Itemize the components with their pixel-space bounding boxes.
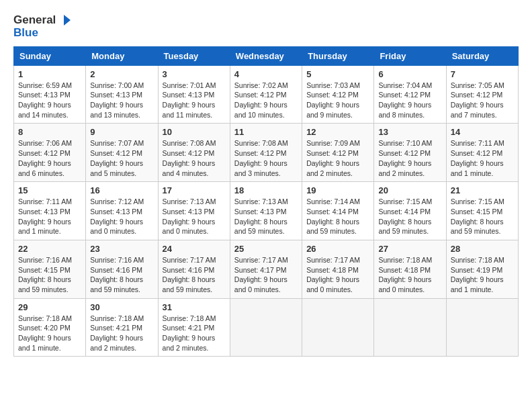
calendar-cell: 2Sunrise: 7:00 AM Sunset: 4:13 PM Daylig… <box>86 65 158 124</box>
calendar-cell: 11Sunrise: 7:08 AM Sunset: 4:12 PM Dayli… <box>230 124 302 182</box>
day-number: 4 <box>234 69 298 79</box>
day-info: Sunrise: 7:18 AM Sunset: 4:20 PM Dayligh… <box>18 314 81 353</box>
day-info: Sunrise: 7:09 AM Sunset: 4:12 PM Dayligh… <box>306 138 369 178</box>
day-number: 1 <box>18 69 81 79</box>
day-number: 14 <box>451 127 514 137</box>
day-number: 30 <box>90 302 153 312</box>
calendar-cell: 16Sunrise: 7:12 AM Sunset: 4:13 PM Dayli… <box>86 182 158 240</box>
day-number: 26 <box>306 244 369 254</box>
calendar-cell: 28Sunrise: 7:18 AM Sunset: 4:19 PM Dayli… <box>446 240 518 298</box>
calendar-cell: 31Sunrise: 7:18 AM Sunset: 4:21 PM Dayli… <box>158 298 230 357</box>
calendar-cell: 9Sunrise: 7:07 AM Sunset: 4:12 PM Daylig… <box>86 124 158 182</box>
day-info: Sunrise: 7:02 AM Sunset: 4:12 PM Dayligh… <box>234 81 298 120</box>
day-number: 5 <box>306 69 369 79</box>
calendar-week-row: 15Sunrise: 7:11 AM Sunset: 4:13 PM Dayli… <box>14 182 519 240</box>
logo-blue-text: Blue <box>13 27 71 40</box>
day-number: 24 <box>163 244 226 254</box>
calendar-week-row: 29Sunrise: 7:18 AM Sunset: 4:20 PM Dayli… <box>14 298 519 357</box>
day-number: 25 <box>234 244 298 254</box>
calendar-cell: 30Sunrise: 7:18 AM Sunset: 4:21 PM Dayli… <box>86 298 158 357</box>
calendar-cell: 29Sunrise: 7:18 AM Sunset: 4:20 PM Dayli… <box>14 298 86 357</box>
calendar-cell: 22Sunrise: 7:16 AM Sunset: 4:15 PM Dayli… <box>14 240 86 298</box>
day-info: Sunrise: 7:06 AM Sunset: 4:12 PM Dayligh… <box>18 138 81 178</box>
day-number: 16 <box>90 185 153 195</box>
calendar-cell: 15Sunrise: 7:11 AM Sunset: 4:13 PM Dayli… <box>14 182 86 240</box>
day-info: Sunrise: 7:12 AM Sunset: 4:13 PM Dayligh… <box>90 197 153 236</box>
day-info: Sunrise: 7:11 AM Sunset: 4:13 PM Dayligh… <box>18 197 81 236</box>
day-info: Sunrise: 7:04 AM Sunset: 4:12 PM Dayligh… <box>378 81 441 120</box>
calendar-cell: 1Sunrise: 6:59 AM Sunset: 4:13 PM Daylig… <box>14 65 86 124</box>
calendar-cell: 21Sunrise: 7:15 AM Sunset: 4:15 PM Dayli… <box>446 182 518 240</box>
day-number: 28 <box>451 244 514 254</box>
day-number: 3 <box>163 69 226 79</box>
calendar-cell: 3Sunrise: 7:01 AM Sunset: 4:13 PM Daylig… <box>158 65 230 124</box>
calendar-cell: 25Sunrise: 7:17 AM Sunset: 4:17 PM Dayli… <box>230 240 302 298</box>
day-info: Sunrise: 7:10 AM Sunset: 4:12 PM Dayligh… <box>378 138 441 178</box>
calendar-week-row: 1Sunrise: 6:59 AM Sunset: 4:13 PM Daylig… <box>14 65 519 124</box>
day-number: 20 <box>378 185 441 195</box>
day-number: 9 <box>90 127 153 137</box>
day-info: Sunrise: 7:14 AM Sunset: 4:14 PM Dayligh… <box>306 197 369 236</box>
day-number: 19 <box>306 185 369 195</box>
weekday-header-wednesday: Wednesday <box>230 46 302 65</box>
day-info: Sunrise: 7:01 AM Sunset: 4:13 PM Dayligh… <box>163 81 226 120</box>
weekday-header-monday: Monday <box>86 46 158 65</box>
weekday-header-row: SundayMondayTuesdayWednesdayThursdayFrid… <box>14 46 519 65</box>
calendar-cell: 7Sunrise: 7:05 AM Sunset: 4:12 PM Daylig… <box>446 65 518 124</box>
day-number: 13 <box>378 127 441 137</box>
day-info: Sunrise: 7:16 AM Sunset: 4:15 PM Dayligh… <box>18 255 81 295</box>
day-info: Sunrise: 7:13 AM Sunset: 4:13 PM Dayligh… <box>163 197 226 236</box>
calendar-cell: 24Sunrise: 7:17 AM Sunset: 4:16 PM Dayli… <box>158 240 230 298</box>
logo-arrow-icon <box>57 13 71 27</box>
weekday-header-saturday: Saturday <box>446 46 518 65</box>
svg-marker-0 <box>64 15 71 26</box>
day-info: Sunrise: 7:08 AM Sunset: 4:12 PM Dayligh… <box>163 138 226 178</box>
day-number: 27 <box>378 244 441 254</box>
day-number: 15 <box>18 185 81 195</box>
day-info: Sunrise: 7:11 AM Sunset: 4:12 PM Dayligh… <box>451 138 514 178</box>
calendar-cell <box>374 298 446 357</box>
day-info: Sunrise: 7:00 AM Sunset: 4:13 PM Dayligh… <box>90 81 153 120</box>
page-header: General Blue <box>13 13 519 40</box>
day-number: 29 <box>18 302 81 312</box>
calendar-table: SundayMondayTuesdayWednesdayThursdayFrid… <box>13 46 519 357</box>
day-info: Sunrise: 7:18 AM Sunset: 4:19 PM Dayligh… <box>451 255 514 295</box>
day-number: 8 <box>18 127 81 137</box>
calendar-cell <box>302 298 374 357</box>
calendar-cell: 12Sunrise: 7:09 AM Sunset: 4:12 PM Dayli… <box>302 124 374 182</box>
day-number: 11 <box>234 127 298 137</box>
day-number: 17 <box>163 185 226 195</box>
day-info: Sunrise: 7:15 AM Sunset: 4:14 PM Dayligh… <box>378 197 441 236</box>
day-info: Sunrise: 7:17 AM Sunset: 4:17 PM Dayligh… <box>234 255 298 295</box>
day-info: Sunrise: 7:16 AM Sunset: 4:16 PM Dayligh… <box>90 255 153 295</box>
calendar-cell: 20Sunrise: 7:15 AM Sunset: 4:14 PM Dayli… <box>374 182 446 240</box>
calendar-week-row: 8Sunrise: 7:06 AM Sunset: 4:12 PM Daylig… <box>14 124 519 182</box>
day-info: Sunrise: 7:08 AM Sunset: 4:12 PM Dayligh… <box>234 138 298 178</box>
day-info: Sunrise: 7:03 AM Sunset: 4:12 PM Dayligh… <box>306 81 369 120</box>
day-info: Sunrise: 7:13 AM Sunset: 4:13 PM Dayligh… <box>234 197 298 236</box>
day-info: Sunrise: 7:18 AM Sunset: 4:21 PM Dayligh… <box>90 314 153 353</box>
calendar-cell: 23Sunrise: 7:16 AM Sunset: 4:16 PM Dayli… <box>86 240 158 298</box>
day-info: Sunrise: 7:17 AM Sunset: 4:18 PM Dayligh… <box>306 255 369 295</box>
day-number: 10 <box>163 127 226 137</box>
weekday-header-thursday: Thursday <box>302 46 374 65</box>
weekday-header-tuesday: Tuesday <box>158 46 230 65</box>
calendar-cell: 4Sunrise: 7:02 AM Sunset: 4:12 PM Daylig… <box>230 65 302 124</box>
calendar-cell: 27Sunrise: 7:18 AM Sunset: 4:18 PM Dayli… <box>374 240 446 298</box>
day-number: 21 <box>451 185 514 195</box>
day-info: Sunrise: 7:15 AM Sunset: 4:15 PM Dayligh… <box>451 197 514 236</box>
day-info: Sunrise: 6:59 AM Sunset: 4:13 PM Dayligh… <box>18 81 81 120</box>
day-info: Sunrise: 7:18 AM Sunset: 4:18 PM Dayligh… <box>378 255 441 295</box>
weekday-header-sunday: Sunday <box>14 46 86 65</box>
calendar-cell: 10Sunrise: 7:08 AM Sunset: 4:12 PM Dayli… <box>158 124 230 182</box>
calendar-cell <box>446 298 518 357</box>
day-info: Sunrise: 7:17 AM Sunset: 4:16 PM Dayligh… <box>163 255 226 295</box>
day-number: 12 <box>306 127 369 137</box>
day-number: 2 <box>90 69 153 79</box>
day-number: 7 <box>451 69 514 79</box>
calendar-cell: 14Sunrise: 7:11 AM Sunset: 4:12 PM Dayli… <box>446 124 518 182</box>
day-number: 6 <box>378 69 441 79</box>
weekday-header-friday: Friday <box>374 46 446 65</box>
calendar-cell: 17Sunrise: 7:13 AM Sunset: 4:13 PM Dayli… <box>158 182 230 240</box>
day-number: 23 <box>90 244 153 254</box>
